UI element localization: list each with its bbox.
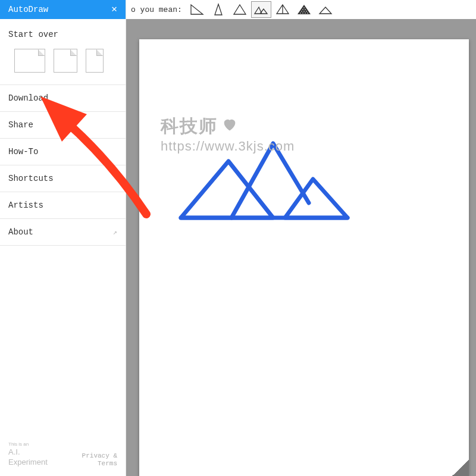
menu-howto-label: How-To: [8, 147, 38, 156]
canvas-resize-corner[interactable]: [452, 459, 469, 476]
svg-point-1: [302, 9, 303, 10]
canvas-size-landscape[interactable]: [14, 49, 45, 73]
menu-howto[interactable]: How-To: [0, 139, 126, 165]
svg-point-7: [302, 12, 303, 14]
menu-shortcuts[interactable]: Shortcuts: [0, 165, 126, 192]
canvas-size-square[interactable]: [54, 49, 77, 73]
start-over-label: Start over: [0, 19, 126, 39]
suggestion-flat-triangle[interactable]: [315, 1, 336, 18]
close-icon[interactable]: ✕: [111, 5, 117, 14]
menu-about-label: About: [8, 227, 33, 237]
privacy-terms-link[interactable]: Privacy & Terms: [82, 452, 117, 468]
suggestion-dotted-pyramid[interactable]: [294, 1, 314, 18]
menu-artists[interactable]: Artists: [0, 192, 126, 219]
sidebar-header: AutoDraw ✕: [0, 0, 126, 19]
sidebar: AutoDraw ✕ Start over Download Share How…: [0, 0, 126, 476]
suggestion-equilateral-triangle[interactable]: [230, 1, 250, 18]
stage: [126, 19, 476, 476]
suggestion-tall-triangle[interactable]: [208, 1, 228, 18]
sidebar-footer: This is an A.I. Experiment Privacy & Ter…: [8, 441, 117, 468]
menu-share-label: Share: [8, 120, 33, 130]
svg-point-6: [300, 12, 301, 14]
svg-point-0: [303, 7, 305, 8]
menu-download-label: Download: [8, 93, 48, 103]
menu-download[interactable]: Download: [0, 85, 126, 112]
external-link-icon: ↗: [113, 228, 117, 237]
suggestion-pyramid-3d[interactable]: [273, 1, 293, 18]
svg-point-9: [307, 12, 308, 14]
suggestion-list: [187, 1, 336, 18]
suggestion-hint: o you mean:: [131, 5, 182, 14]
app-title: AutoDraw: [8, 5, 48, 14]
canvas-size-picker: [0, 39, 126, 85]
user-drawing-mountains: [175, 134, 353, 230]
svg-point-8: [305, 12, 306, 14]
suggestion-right-triangle[interactable]: [187, 1, 207, 18]
ai-experiment-badge: This is an A.I. Experiment: [8, 441, 48, 468]
menu-artists-label: Artists: [8, 201, 43, 210]
svg-point-5: [306, 11, 307, 12]
svg-point-2: [305, 9, 306, 10]
canvas-size-portrait[interactable]: [86, 49, 104, 73]
menu-shortcuts-label: Shortcuts: [8, 174, 54, 183]
svg-point-4: [303, 11, 305, 12]
drawing-canvas[interactable]: [139, 39, 469, 476]
menu-about[interactable]: About ↗: [0, 219, 126, 246]
menu-share[interactable]: Share: [0, 112, 126, 139]
svg-point-3: [301, 11, 302, 12]
suggestion-mountains[interactable]: [251, 1, 271, 18]
